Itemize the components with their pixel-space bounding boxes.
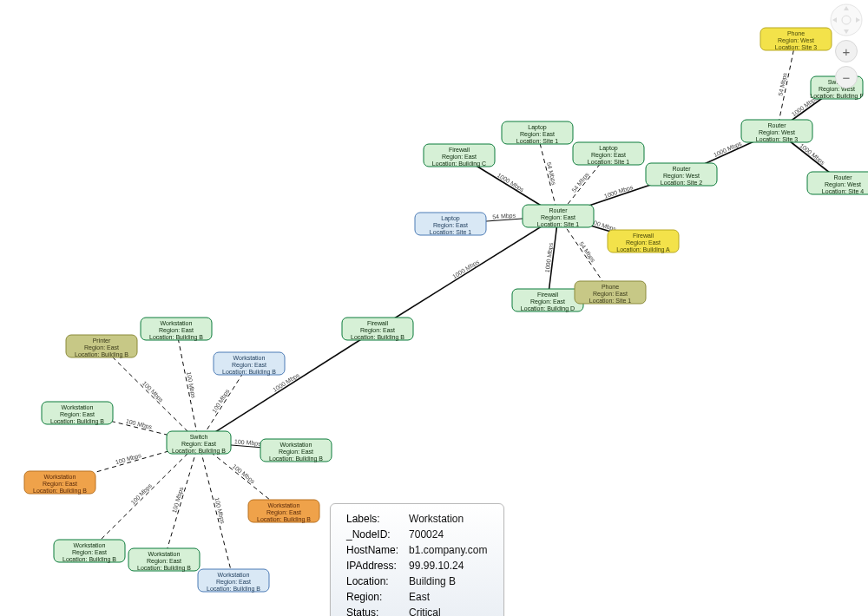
node-label: Location: Site 1	[537, 221, 579, 227]
edge-label: 100 Mbps	[213, 497, 226, 525]
node-label: Location: Site 4	[822, 188, 864, 194]
node-label: Region: East	[147, 558, 181, 565]
node-label: Region: East	[279, 449, 313, 455]
node-label: Region: West	[778, 37, 814, 44]
node-ws-b-left[interactable]: WorkstationRegion: EastLocation: Buildin…	[42, 402, 113, 425]
nav-controls: + −	[830, 3, 863, 88]
edge-label: 100 Mbps	[211, 388, 232, 415]
node-printer-b[interactable]: PrinterRegion: EastLocation: Building B	[66, 335, 137, 358]
pan-control[interactable]	[830, 3, 863, 36]
node-label: Location: Building B	[269, 455, 323, 462]
node-label: Location: Building B	[50, 418, 104, 425]
node-ws-b-right[interactable]: WorkstationRegion: EastLocation: Buildin…	[260, 439, 332, 462]
node-router-1[interactable]: RouterRegion: EastLocation: Site 1	[523, 205, 594, 227]
node-label: Location: Building B	[62, 556, 116, 563]
node-router-3[interactable]: RouterRegion: WestLocation: Site 3	[741, 120, 812, 142]
node-fw-b[interactable]: FirewallRegion: EastLocation: Building B	[342, 318, 413, 341]
node-label: Phone	[602, 284, 619, 290]
node-label: Location: Building B	[75, 351, 128, 358]
node-label: Phone	[787, 30, 805, 36]
node-tooltip: Labels:Workstation_NodeID:700024HostName…	[330, 503, 504, 616]
node-router-4[interactable]: RouterRegion: WestLocation: Site 4	[807, 172, 868, 194]
node-label: Region: East	[442, 154, 477, 161]
node-label: Location: Building B	[257, 516, 311, 523]
node-label: Region: East	[72, 549, 107, 556]
node-label: Workstation	[233, 355, 266, 361]
node-label: Location: Site 3	[756, 136, 798, 142]
node-label: Location: Building F	[810, 93, 863, 100]
node-ws-b-top[interactable]: WorkstationRegion: EastLocation: Buildin…	[141, 318, 212, 341]
node-label: Region: East	[216, 579, 251, 586]
edge-label: 54 Mbps	[545, 161, 557, 186]
node-label: Router	[549, 207, 568, 213]
node-label: Workstation	[268, 502, 300, 508]
node-fw-d[interactable]: FirewallRegion: EastLocation: Building D	[512, 289, 583, 312]
node-label: Region: East	[43, 481, 77, 488]
node-label: Switch	[190, 434, 208, 440]
node-label: Location: Building B	[137, 565, 191, 572]
node-label: Location: Building B	[149, 334, 203, 341]
node-label: Location: Site 1	[516, 138, 558, 144]
edge-label: 1000 Mbps	[451, 259, 481, 280]
edge-label: 100 Mbps	[115, 452, 142, 466]
node-label: Location: Site 3	[775, 44, 817, 50]
node-label: Location: Building B	[33, 488, 87, 495]
node-label: Location: Building D	[521, 305, 575, 312]
node-laptop-1c[interactable]: LaptopRegion: EastLocation: Site 1	[415, 213, 486, 235]
zoom-out-button[interactable]: −	[835, 66, 858, 88]
node-label: Region: West	[663, 173, 700, 180]
edge-label: 100 Mbps	[141, 380, 165, 404]
node-ws-b-orange-l[interactable]: WorkstationRegion: EastLocation: Buildin…	[24, 471, 95, 495]
node-fw-c[interactable]: FirewallRegion: EastLocation: Building C	[424, 144, 495, 167]
edge[interactable]	[199, 442, 233, 580]
node-router-2[interactable]: RouterRegion: WestLocation: Site 2	[646, 163, 717, 186]
node-phone-3[interactable]: PhoneRegion: WestLocation: Site 3	[760, 28, 832, 50]
node-label: Location: Site 2	[661, 180, 702, 186]
node-label: Location: Building A	[616, 246, 670, 253]
edge[interactable]	[199, 364, 249, 442]
node-label: Workstation	[148, 551, 181, 557]
node-ws-b-bl2[interactable]: WorkstationRegion: EastLocation: Buildin…	[128, 548, 200, 572]
node-label: Region: East	[530, 298, 565, 305]
edge-label: 54 Mbps	[577, 240, 596, 264]
edge[interactable]	[199, 329, 378, 442]
node-label: Workstation	[218, 572, 250, 578]
node-label: Workstation	[161, 320, 193, 326]
node-label: Location: Building B	[351, 334, 404, 341]
node-label: Location: Building C	[432, 161, 486, 167]
node-phone-1[interactable]: PhoneRegion: EastLocation: Site 1	[575, 281, 646, 304]
node-label: Firewall	[633, 233, 654, 239]
node-label: Router	[767, 122, 786, 128]
edge-label: 100 Mbps	[231, 463, 256, 486]
edge-label: 100 Mbps	[171, 486, 186, 514]
node-label: Laptop	[599, 145, 618, 152]
node-label: Location: Building B	[207, 586, 260, 593]
node-ws-b-bl1[interactable]: WorkstationRegion: EastLocation: Buildin…	[54, 540, 125, 563]
node-ws-b-blue2[interactable]: WorkstationRegion: EastLocation: Buildin…	[198, 569, 269, 593]
node-fw-a[interactable]: FirewallRegion: EastLocation: Building A	[608, 230, 679, 253]
node-label: Region: East	[266, 509, 301, 516]
node-laptop-1a[interactable]: LaptopRegion: EastLocation: Site 1	[502, 121, 573, 144]
node-label: Region: East	[84, 344, 119, 351]
node-label: Region: East	[520, 131, 555, 138]
node-label: Workstation	[74, 542, 106, 548]
node-switch-b[interactable]: SwitchRegion: EastLocation: Building B	[167, 431, 231, 455]
node-label: Location: Building B	[222, 369, 276, 376]
zoom-in-button[interactable]: +	[835, 40, 858, 62]
node-label: Firewall	[367, 320, 389, 326]
node-label: Printer	[93, 337, 111, 344]
node-label: Region: East	[591, 152, 626, 159]
node-label: Location: Building B	[172, 448, 226, 455]
node-label: Laptop	[441, 215, 460, 222]
node-label: Firewall	[537, 292, 559, 298]
node-ws-b-blue[interactable]: WorkstationRegion: EastLocation: Buildin…	[214, 352, 285, 376]
node-laptop-1b[interactable]: LaptopRegion: EastLocation: Site 1	[573, 142, 644, 165]
node-label: Region: East	[626, 239, 661, 246]
node-label: Region: East	[593, 291, 628, 298]
edge-label: 1000 Mbps	[798, 142, 826, 167]
edge-label: 54 Mbps	[570, 171, 590, 193]
edge-label: 1000 Mbps	[713, 140, 743, 159]
node-ws-b-orange-r[interactable]: WorkstationRegion: EastLocation: Buildin…	[248, 500, 319, 523]
node-label: Region: East	[541, 214, 575, 221]
node-label: Workstation	[44, 474, 76, 480]
